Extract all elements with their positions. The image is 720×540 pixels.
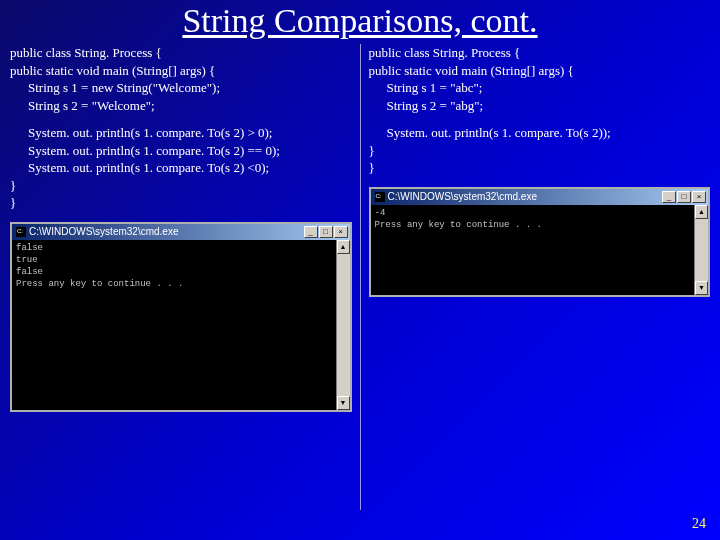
left-column: public class String. Process { public st… xyxy=(10,44,361,510)
code-line: String s 2 = "Welcome"; xyxy=(10,97,352,115)
close-button[interactable]: × xyxy=(334,226,348,238)
right-console-window: C:\WINDOWS\system32\cmd.exe _ □ × -4 Pre… xyxy=(369,187,711,297)
code-line: System. out. println(s 1. compare. To(s … xyxy=(10,159,352,177)
close-button[interactable]: × xyxy=(692,191,706,203)
blank-line xyxy=(10,114,352,124)
console-title-text: C:\WINDOWS\system32\cmd.exe xyxy=(29,225,178,239)
maximize-button[interactable]: □ xyxy=(319,226,333,238)
scroll-up-button[interactable]: ▲ xyxy=(337,240,350,254)
console-output: false true false Press any key to contin… xyxy=(12,240,336,410)
left-code-block: public class String. Process { public st… xyxy=(10,44,352,212)
console-title: C:\WINDOWS\system32\cmd.exe xyxy=(14,225,178,239)
code-line: System. out. println(s 1. compare. To(s … xyxy=(369,124,711,142)
scroll-up-button[interactable]: ▲ xyxy=(695,205,708,219)
code-line: public class String. Process { xyxy=(369,44,711,62)
console-titlebar: C:\WINDOWS\system32\cmd.exe _ □ × xyxy=(371,189,709,205)
code-line: } xyxy=(369,142,711,160)
console-titlebar: C:\WINDOWS\system32\cmd.exe _ □ × xyxy=(12,224,350,240)
maximize-button[interactable]: □ xyxy=(677,191,691,203)
left-console-window: C:\WINDOWS\system32\cmd.exe _ □ × false … xyxy=(10,222,352,412)
console-title: C:\WINDOWS\system32\cmd.exe xyxy=(373,190,537,204)
code-line: } xyxy=(10,177,352,195)
content-columns: public class String. Process { public st… xyxy=(0,40,720,510)
cmd-icon xyxy=(16,227,26,237)
scroll-down-button[interactable]: ▼ xyxy=(337,396,350,410)
vertical-scrollbar[interactable]: ▲ ▼ xyxy=(336,240,350,410)
code-line: } xyxy=(10,194,352,212)
slide-title: String Comparisons, cont. xyxy=(0,0,720,40)
code-line: String s 1 = "abc"; xyxy=(369,79,711,97)
code-line: System. out. println(s 1. compare. To(s … xyxy=(10,124,352,142)
code-line: System. out. println(s 1. compare. To(s … xyxy=(10,142,352,160)
window-buttons: _ □ × xyxy=(662,191,706,203)
minimize-button[interactable]: _ xyxy=(304,226,318,238)
page-number: 24 xyxy=(692,516,706,532)
cmd-icon xyxy=(375,192,385,202)
console-body-wrap: -4 Press any key to continue . . . ▲ ▼ xyxy=(371,205,709,295)
console-title-text: C:\WINDOWS\system32\cmd.exe xyxy=(388,190,537,204)
right-column: public class String. Process { public st… xyxy=(361,44,711,510)
minimize-button[interactable]: _ xyxy=(662,191,676,203)
code-line: String s 2 = "abg"; xyxy=(369,97,711,115)
window-buttons: _ □ × xyxy=(304,226,348,238)
code-line: } xyxy=(369,159,711,177)
code-line: public static void main (String[] args) … xyxy=(369,62,711,80)
scroll-down-button[interactable]: ▼ xyxy=(695,281,708,295)
code-line: public class String. Process { xyxy=(10,44,352,62)
code-line: public static void main (String[] args) … xyxy=(10,62,352,80)
vertical-scrollbar[interactable]: ▲ ▼ xyxy=(694,205,708,295)
console-output: -4 Press any key to continue . . . xyxy=(371,205,695,295)
code-line: String s 1 = new String("Welcome"); xyxy=(10,79,352,97)
blank-line xyxy=(369,114,711,124)
right-code-block: public class String. Process { public st… xyxy=(369,44,711,177)
console-body-wrap: false true false Press any key to contin… xyxy=(12,240,350,410)
